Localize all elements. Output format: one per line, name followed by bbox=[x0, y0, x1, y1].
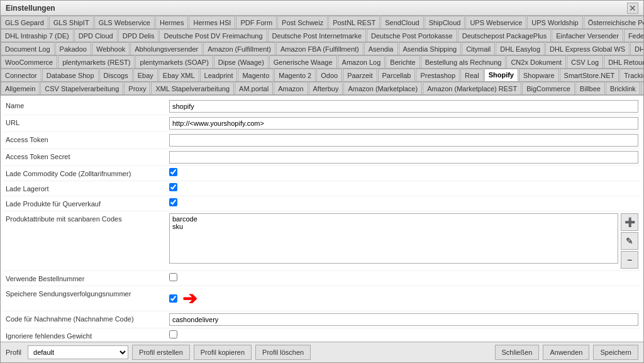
tab-row-1: GLS GepardGLS ShipITGLS WebserviceHermes… bbox=[1, 16, 643, 29]
tab-prestashop[interactable]: Prestashop bbox=[416, 69, 460, 81]
tab-gls-shipit[interactable]: GLS ShipIT bbox=[49, 16, 94, 28]
textarea-btn-1[interactable]: ✎ bbox=[621, 232, 638, 250]
tab-hermes[interactable]: Hermes bbox=[155, 16, 189, 28]
tab-pakadoo[interactable]: Pakadoo bbox=[55, 42, 91, 55]
profil-erstellen-button[interactable]: Profil erstellen bbox=[132, 345, 190, 360]
textarea-btn-0[interactable]: ➕ bbox=[621, 213, 638, 231]
tab-ebay-xml[interactable]: Ebay XML bbox=[158, 69, 199, 81]
checkbox-bestellnummer[interactable] bbox=[169, 273, 177, 281]
tab-smartstore.net[interactable]: SmartStore.NET bbox=[560, 69, 619, 81]
tab-trackingportal[interactable]: Trackingportal bbox=[619, 69, 643, 81]
input-access_token[interactable] bbox=[169, 134, 638, 147]
tab-paarzeit[interactable]: Paarzeit bbox=[343, 69, 377, 81]
checkbox-lagerort[interactable] bbox=[169, 183, 177, 191]
tab-dhl-intraship-7-(de)[interactable]: DHL Intraship 7 (DE) bbox=[1, 29, 74, 42]
tab-brickowi[interactable]: Brickowi bbox=[641, 82, 643, 94]
tab-abholungsversender[interactable]: Abholungsversender bbox=[130, 42, 203, 55]
tab-gls-webservice[interactable]: GLS Webservice bbox=[94, 16, 155, 28]
tab-dhl-geschäftskundenversand[interactable]: DHL Geschäftskundenversand bbox=[630, 42, 643, 55]
tab-woocommerce[interactable]: WooCommerce bbox=[1, 55, 57, 68]
tab-document-log[interactable]: Document Log bbox=[1, 42, 55, 55]
anwenden-button[interactable]: Anwenden bbox=[543, 345, 589, 360]
tab-post-schweiz[interactable]: Post Schweiz bbox=[277, 16, 328, 28]
checkbox-sendungsverfolgung[interactable] bbox=[169, 294, 177, 303]
tab-citymail[interactable]: Citymail bbox=[462, 42, 495, 55]
profil-select[interactable]: default bbox=[28, 345, 128, 359]
schliessen-button[interactable]: Schließen bbox=[495, 345, 540, 360]
tab-berichte[interactable]: Berichte bbox=[386, 55, 419, 68]
tab-odoo[interactable]: Odoo bbox=[316, 69, 342, 81]
tab-cn2x-dokument[interactable]: CN2x Dokument bbox=[506, 55, 566, 68]
tab-einfacher-versender[interactable]: Einfacher Versender bbox=[552, 29, 623, 42]
profil-kopieren-button[interactable]: Profil kopieren bbox=[194, 345, 252, 360]
textarea-btn-2[interactable]: − bbox=[621, 251, 638, 269]
tab-shipcloud[interactable]: ShipCloud bbox=[425, 16, 465, 28]
tab-fedex-webservice[interactable]: Fedex Webservice bbox=[624, 29, 643, 42]
close-button[interactable]: ✕ bbox=[627, 3, 638, 14]
tab-xml-stapelverarbeitung[interactable]: XML Stapelverarbeitung bbox=[151, 82, 234, 94]
tab-magento-2[interactable]: Magento 2 bbox=[274, 69, 316, 81]
tab-bestellung-als-rechnung[interactable]: Bestellung als Rechnung bbox=[421, 55, 506, 68]
tab-asendia[interactable]: Asendia bbox=[364, 42, 398, 55]
tab-webhook[interactable]: Webhook bbox=[92, 42, 130, 55]
tab-dpd-cloud[interactable]: DPD Cloud bbox=[74, 29, 118, 42]
tab-plentymarkets-(rest)[interactable]: plentymarkets (REST) bbox=[58, 55, 135, 68]
checkbox-querverkauf[interactable] bbox=[169, 198, 177, 206]
tab-bricklink[interactable]: Bricklink bbox=[606, 82, 640, 94]
tab-billbee[interactable]: Billbee bbox=[575, 82, 605, 94]
input-name[interactable] bbox=[169, 100, 638, 113]
tab-afterbuy[interactable]: Afterbuy bbox=[309, 82, 343, 94]
tab-allgemein[interactable]: Allgemein bbox=[1, 82, 40, 94]
tab-shopify[interactable]: Shopify bbox=[484, 69, 518, 81]
tab-am.portal[interactable]: AM.portal bbox=[235, 82, 273, 94]
checkbox-gewicht[interactable] bbox=[169, 330, 177, 338]
tab-österreichische-post[interactable]: Österreichische Post bbox=[584, 16, 643, 28]
checkbox-commodity_code[interactable] bbox=[169, 168, 177, 176]
tab-csv-stapelverarbeitung[interactable]: CSV Stapelverarbeitung bbox=[40, 82, 123, 94]
tab-proxy[interactable]: Proxy bbox=[124, 82, 150, 94]
tab-discogs[interactable]: Discogs bbox=[99, 69, 133, 81]
tab-generische-waage[interactable]: Generische Waage bbox=[269, 55, 337, 68]
tab-ebay[interactable]: Ebay bbox=[133, 69, 158, 81]
tab-sendcloud[interactable]: SendCloud bbox=[380, 16, 423, 28]
tab-real[interactable]: Real bbox=[460, 69, 484, 81]
tab-amazon[interactable]: Amazon bbox=[274, 82, 308, 94]
profil-loeschen-button[interactable]: Profil löschen bbox=[255, 345, 311, 360]
tab-dhl-easylog[interactable]: DHL Easylog bbox=[496, 42, 545, 55]
input-url[interactable] bbox=[169, 117, 638, 130]
speichern-button[interactable]: Speichern bbox=[593, 345, 638, 360]
tab-dhl-express-global-ws[interactable]: DHL Express Global WS bbox=[545, 42, 630, 55]
tab-hermes-hsi[interactable]: Hermes HSI bbox=[189, 16, 235, 28]
tab-shopware[interactable]: Shopware bbox=[519, 69, 559, 81]
tab-dpd-delis[interactable]: DPD Delis bbox=[118, 29, 159, 42]
tab-gls-gepard[interactable]: GLS Gepard bbox=[1, 16, 48, 28]
tab-ups-webservice[interactable]: UPS Webservice bbox=[465, 16, 526, 28]
tab-magento[interactable]: Magento bbox=[238, 69, 274, 81]
tab-csv-log[interactable]: CSV Log bbox=[567, 55, 603, 68]
tab-leadprint[interactable]: Leadprint bbox=[200, 69, 238, 81]
tab-bigcommerce[interactable]: BigCommerce bbox=[522, 82, 575, 94]
tab-postnl-rest[interactable]: PostNL REST bbox=[328, 16, 380, 28]
tab-plentymarkets-(soap)[interactable]: plentymarkets (SOAP) bbox=[135, 55, 213, 68]
tab-dhl-retoure[interactable]: DHL Retoure bbox=[604, 55, 643, 68]
tab-dipse-(waage)[interactable]: Dipse (Waage) bbox=[214, 55, 269, 68]
label-gewicht: Ignoriere fehlendes Gewicht bbox=[6, 330, 169, 340]
tab-amazon-log[interactable]: Amazon Log bbox=[338, 55, 386, 68]
tab-ups-worldship[interactable]: UPS Worldship bbox=[527, 16, 582, 28]
tab-parcellab[interactable]: Parcellab bbox=[378, 69, 416, 81]
tab-amazon-fba-(fulfillment)[interactable]: Amazon FBA (Fulfillment) bbox=[276, 42, 364, 55]
tab-asendia-shipping[interactable]: Asendia Shipping bbox=[399, 42, 462, 55]
textarea-produktattribute[interactable] bbox=[169, 213, 618, 264]
tab-amazon-(fulfillment)[interactable]: Amazon (Fulfillment) bbox=[203, 42, 275, 55]
tab-deutsche-post-internetmarke[interactable]: Deutsche Post Internetmarke bbox=[268, 29, 366, 42]
input-access_token_secret[interactable] bbox=[169, 151, 638, 164]
tab-deutsche-post-portokasse[interactable]: Deutsche Post Portokasse bbox=[367, 29, 457, 42]
tab-database-shop[interactable]: Database Shop bbox=[42, 69, 99, 81]
tab-deutschepost-packageplus[interactable]: Deutschepost PackagePlus bbox=[458, 29, 552, 42]
tab-connector[interactable]: Connector bbox=[1, 69, 42, 81]
tab-deutsche-post-dv-freimachung[interactable]: Deutsche Post DV Freimachung bbox=[159, 29, 267, 42]
input-nachnahme_code[interactable] bbox=[169, 313, 638, 326]
tab-pdf-form[interactable]: PDF Form bbox=[236, 16, 277, 28]
tab-amazon-(marketplace)-rest[interactable]: Amazon (Marketplace) REST bbox=[423, 82, 521, 94]
tab-amazon-(marketplace)[interactable]: Amazon (Marketplace) bbox=[343, 82, 422, 94]
